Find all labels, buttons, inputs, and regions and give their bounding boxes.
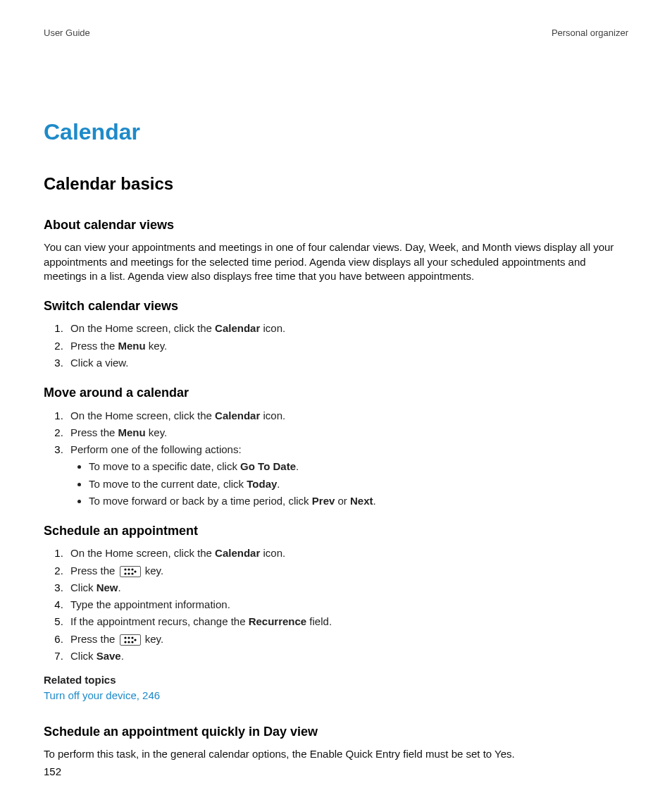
- switch-steps: On the Home screen, click the Calendar i…: [44, 321, 628, 370]
- page-header: User Guide Personal organizer: [44, 27, 628, 39]
- text: On the Home screen, click the: [70, 547, 215, 559]
- svg-point-9: [124, 641, 126, 643]
- text-bold: Prev: [312, 495, 335, 507]
- text-bold: Calendar: [215, 322, 260, 334]
- svg-point-1: [127, 568, 130, 570]
- text-bold: Go To Date: [240, 460, 296, 472]
- list-item: To move forward or back by a time period…: [89, 494, 628, 508]
- quick-text: To perform this task, in the general cal…: [44, 747, 628, 761]
- list-item: To move to a specific date, click Go To …: [89, 460, 628, 474]
- text: Click: [70, 650, 97, 662]
- text: icon.: [260, 547, 285, 559]
- text-bold: Calendar: [215, 409, 260, 421]
- text: key.: [142, 565, 164, 577]
- text: Press the: [70, 565, 118, 577]
- text-bold: Next: [350, 495, 373, 507]
- svg-point-2: [124, 572, 126, 574]
- step: On the Home screen, click the Calendar i…: [66, 321, 628, 335]
- text: .: [118, 581, 121, 593]
- related-topics-heading: Related topics: [44, 673, 628, 687]
- step: Click Save.: [66, 649, 628, 663]
- text: .: [296, 460, 299, 472]
- text: On the Home screen, click the: [70, 409, 215, 421]
- svg-point-4: [131, 568, 133, 570]
- move-sub-bullets: To move to a specific date, click Go To …: [70, 460, 628, 508]
- text: Press the: [70, 340, 118, 352]
- step: Press the Menu key.: [66, 426, 628, 440]
- svg-point-7: [124, 636, 126, 639]
- svg-point-10: [127, 641, 130, 643]
- step: Press the key.: [66, 632, 628, 646]
- text-bold: Today: [247, 478, 277, 490]
- related-link[interactable]: Turn off your device, 246: [44, 689, 160, 701]
- text: To move to a specific date, click: [89, 460, 240, 472]
- svg-point-0: [124, 568, 126, 570]
- text: icon.: [260, 322, 285, 334]
- page-title: Calendar: [44, 117, 628, 147]
- svg-point-13: [134, 639, 136, 641]
- move-steps: On the Home screen, click the Calendar i…: [44, 409, 628, 509]
- text-bold: Menu: [118, 426, 146, 438]
- step: Click a view.: [66, 356, 628, 370]
- svg-point-3: [127, 572, 130, 574]
- about-text: You can view your appointments and meeti…: [44, 240, 628, 283]
- text-bold: Menu: [118, 340, 146, 352]
- text: key.: [146, 426, 168, 438]
- menu-key-icon: [120, 566, 141, 577]
- subsection-sched-title: Schedule an appointment: [44, 522, 628, 539]
- section-title: Calendar basics: [44, 173, 628, 195]
- text: To move forward or back by a time period…: [89, 495, 312, 507]
- text-bold: Recurrence: [249, 615, 307, 627]
- step: On the Home screen, click the Calendar i…: [66, 546, 628, 560]
- step: On the Home screen, click the Calendar i…: [66, 409, 628, 423]
- step: Type the appointment information.: [66, 598, 628, 612]
- text: To move to the current date, click: [89, 478, 247, 490]
- subsection-move-title: Move around a calendar: [44, 384, 628, 401]
- document-page: User Guide Personal organizer Calendar C…: [0, 0, 672, 807]
- text: Type the appointment information.: [70, 598, 230, 610]
- list-item: To move to the current date, click Today…: [89, 477, 628, 491]
- step: If the appointment recurs, change the Re…: [66, 615, 628, 629]
- sched-steps: On the Home screen, click the Calendar i…: [44, 546, 628, 663]
- text: If the appointment recurs, change the: [70, 615, 249, 627]
- step: Press the key.: [66, 564, 628, 578]
- text: field.: [306, 615, 332, 627]
- text: Perform one of the following actions:: [70, 443, 242, 455]
- step: Perform one of the following actions: To…: [66, 443, 628, 508]
- menu-key-icon: [120, 634, 141, 646]
- step: Click New.: [66, 581, 628, 595]
- page-number: 152: [44, 765, 61, 779]
- subsection-about-title: About calendar views: [44, 216, 628, 233]
- svg-point-8: [127, 636, 130, 639]
- text: Press the: [70, 426, 118, 438]
- text: .: [373, 495, 376, 507]
- text-bold: Save: [97, 650, 121, 662]
- text: or: [335, 495, 350, 507]
- text: key.: [142, 633, 164, 645]
- text: key.: [146, 340, 168, 352]
- text: icon.: [260, 409, 285, 421]
- text-bold: Calendar: [215, 547, 260, 559]
- text: Click a view.: [70, 357, 129, 369]
- text-bold: New: [97, 581, 118, 593]
- svg-point-12: [131, 641, 133, 643]
- text: On the Home screen, click the: [70, 322, 215, 334]
- text: Press the: [70, 633, 118, 645]
- subsection-quick-title: Schedule an appointment quickly in Day v…: [44, 723, 628, 740]
- step: Press the Menu key.: [66, 339, 628, 353]
- header-left: User Guide: [44, 27, 90, 39]
- text: Click: [70, 581, 97, 593]
- subsection-switch-title: Switch calendar views: [44, 297, 628, 314]
- header-right: Personal organizer: [552, 27, 628, 39]
- text: .: [121, 650, 124, 662]
- svg-point-11: [131, 636, 133, 639]
- svg-point-6: [134, 570, 136, 572]
- svg-point-5: [131, 572, 133, 574]
- text: .: [277, 478, 280, 490]
